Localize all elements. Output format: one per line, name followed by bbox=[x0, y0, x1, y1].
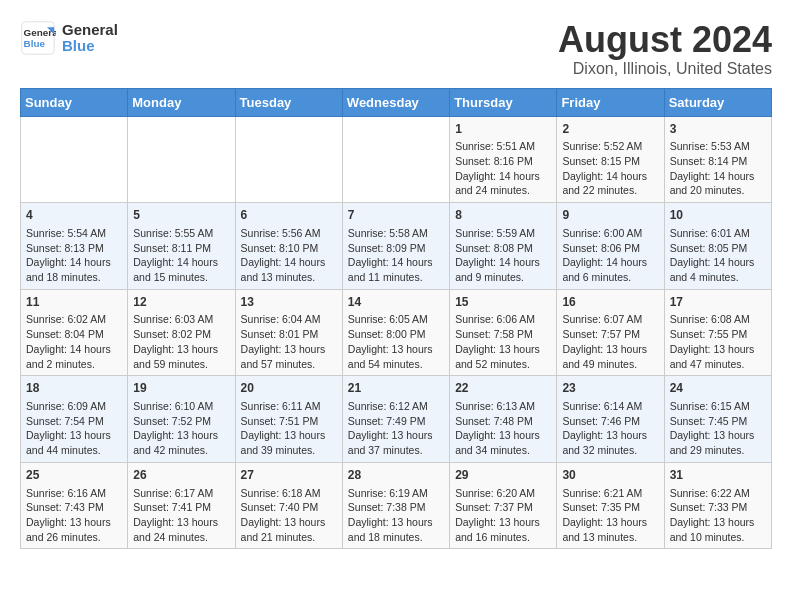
subtitle: Dixon, Illinois, United States bbox=[558, 60, 772, 78]
calendar-cell: 28Sunrise: 6:19 AM Sunset: 7:38 PM Dayli… bbox=[342, 462, 449, 549]
day-number: 28 bbox=[348, 467, 444, 484]
day-number: 2 bbox=[562, 121, 658, 138]
day-number: 18 bbox=[26, 380, 122, 397]
calendar-cell: 7Sunrise: 5:58 AM Sunset: 8:09 PM Daylig… bbox=[342, 203, 449, 290]
calendar-cell: 5Sunrise: 5:55 AM Sunset: 8:11 PM Daylig… bbox=[128, 203, 235, 290]
day-info: Sunrise: 6:22 AM Sunset: 7:33 PM Dayligh… bbox=[670, 487, 755, 543]
day-number: 25 bbox=[26, 467, 122, 484]
day-info: Sunrise: 6:19 AM Sunset: 7:38 PM Dayligh… bbox=[348, 487, 433, 543]
logo-line2: Blue bbox=[62, 38, 118, 55]
day-number: 15 bbox=[455, 294, 551, 311]
day-info: Sunrise: 5:59 AM Sunset: 8:08 PM Dayligh… bbox=[455, 227, 540, 283]
day-info: Sunrise: 6:10 AM Sunset: 7:52 PM Dayligh… bbox=[133, 400, 218, 456]
day-number: 24 bbox=[670, 380, 766, 397]
calendar-body: 1Sunrise: 5:51 AM Sunset: 8:16 PM Daylig… bbox=[21, 116, 772, 549]
day-info: Sunrise: 6:18 AM Sunset: 7:40 PM Dayligh… bbox=[241, 487, 326, 543]
header-row: SundayMondayTuesdayWednesdayThursdayFrid… bbox=[21, 88, 772, 116]
calendar-cell: 3Sunrise: 5:53 AM Sunset: 8:14 PM Daylig… bbox=[664, 116, 771, 203]
day-info: Sunrise: 6:15 AM Sunset: 7:45 PM Dayligh… bbox=[670, 400, 755, 456]
calendar-cell bbox=[128, 116, 235, 203]
day-info: Sunrise: 6:11 AM Sunset: 7:51 PM Dayligh… bbox=[241, 400, 326, 456]
day-number: 1 bbox=[455, 121, 551, 138]
day-number: 23 bbox=[562, 380, 658, 397]
day-info: Sunrise: 6:05 AM Sunset: 8:00 PM Dayligh… bbox=[348, 313, 433, 369]
day-number: 22 bbox=[455, 380, 551, 397]
calendar-cell: 10Sunrise: 6:01 AM Sunset: 8:05 PM Dayli… bbox=[664, 203, 771, 290]
calendar-cell: 14Sunrise: 6:05 AM Sunset: 8:00 PM Dayli… bbox=[342, 289, 449, 376]
main-title: August 2024 bbox=[558, 20, 772, 60]
calendar-cell: 31Sunrise: 6:22 AM Sunset: 7:33 PM Dayli… bbox=[664, 462, 771, 549]
day-number: 31 bbox=[670, 467, 766, 484]
day-number: 27 bbox=[241, 467, 337, 484]
calendar-cell: 19Sunrise: 6:10 AM Sunset: 7:52 PM Dayli… bbox=[128, 376, 235, 463]
day-number: 10 bbox=[670, 207, 766, 224]
day-number: 21 bbox=[348, 380, 444, 397]
day-info: Sunrise: 6:04 AM Sunset: 8:01 PM Dayligh… bbox=[241, 313, 326, 369]
logo: General Blue General Blue bbox=[20, 20, 118, 56]
day-info: Sunrise: 6:00 AM Sunset: 8:06 PM Dayligh… bbox=[562, 227, 647, 283]
day-info: Sunrise: 6:13 AM Sunset: 7:48 PM Dayligh… bbox=[455, 400, 540, 456]
calendar-cell: 2Sunrise: 5:52 AM Sunset: 8:15 PM Daylig… bbox=[557, 116, 664, 203]
calendar-cell: 16Sunrise: 6:07 AM Sunset: 7:57 PM Dayli… bbox=[557, 289, 664, 376]
header-cell-friday: Friday bbox=[557, 88, 664, 116]
day-number: 4 bbox=[26, 207, 122, 224]
day-info: Sunrise: 6:21 AM Sunset: 7:35 PM Dayligh… bbox=[562, 487, 647, 543]
week-row-3: 18Sunrise: 6:09 AM Sunset: 7:54 PM Dayli… bbox=[21, 376, 772, 463]
day-number: 9 bbox=[562, 207, 658, 224]
header-cell-thursday: Thursday bbox=[450, 88, 557, 116]
day-number: 5 bbox=[133, 207, 229, 224]
header-cell-sunday: Sunday bbox=[21, 88, 128, 116]
day-info: Sunrise: 6:03 AM Sunset: 8:02 PM Dayligh… bbox=[133, 313, 218, 369]
day-info: Sunrise: 5:51 AM Sunset: 8:16 PM Dayligh… bbox=[455, 140, 540, 196]
day-info: Sunrise: 6:06 AM Sunset: 7:58 PM Dayligh… bbox=[455, 313, 540, 369]
day-number: 6 bbox=[241, 207, 337, 224]
day-number: 3 bbox=[670, 121, 766, 138]
day-info: Sunrise: 5:58 AM Sunset: 8:09 PM Dayligh… bbox=[348, 227, 433, 283]
day-info: Sunrise: 6:16 AM Sunset: 7:43 PM Dayligh… bbox=[26, 487, 111, 543]
day-info: Sunrise: 6:17 AM Sunset: 7:41 PM Dayligh… bbox=[133, 487, 218, 543]
day-number: 19 bbox=[133, 380, 229, 397]
calendar-cell: 24Sunrise: 6:15 AM Sunset: 7:45 PM Dayli… bbox=[664, 376, 771, 463]
calendar-cell: 29Sunrise: 6:20 AM Sunset: 7:37 PM Dayli… bbox=[450, 462, 557, 549]
calendar-cell: 22Sunrise: 6:13 AM Sunset: 7:48 PM Dayli… bbox=[450, 376, 557, 463]
calendar-cell: 4Sunrise: 5:54 AM Sunset: 8:13 PM Daylig… bbox=[21, 203, 128, 290]
day-number: 12 bbox=[133, 294, 229, 311]
calendar-cell bbox=[342, 116, 449, 203]
day-info: Sunrise: 6:20 AM Sunset: 7:37 PM Dayligh… bbox=[455, 487, 540, 543]
calendar-cell: 26Sunrise: 6:17 AM Sunset: 7:41 PM Dayli… bbox=[128, 462, 235, 549]
week-row-1: 4Sunrise: 5:54 AM Sunset: 8:13 PM Daylig… bbox=[21, 203, 772, 290]
day-number: 20 bbox=[241, 380, 337, 397]
day-number: 13 bbox=[241, 294, 337, 311]
day-info: Sunrise: 5:54 AM Sunset: 8:13 PM Dayligh… bbox=[26, 227, 111, 283]
day-info: Sunrise: 5:55 AM Sunset: 8:11 PM Dayligh… bbox=[133, 227, 218, 283]
day-number: 29 bbox=[455, 467, 551, 484]
day-number: 26 bbox=[133, 467, 229, 484]
calendar-cell: 1Sunrise: 5:51 AM Sunset: 8:16 PM Daylig… bbox=[450, 116, 557, 203]
week-row-0: 1Sunrise: 5:51 AM Sunset: 8:16 PM Daylig… bbox=[21, 116, 772, 203]
calendar-cell: 30Sunrise: 6:21 AM Sunset: 7:35 PM Dayli… bbox=[557, 462, 664, 549]
week-row-4: 25Sunrise: 6:16 AM Sunset: 7:43 PM Dayli… bbox=[21, 462, 772, 549]
day-number: 30 bbox=[562, 467, 658, 484]
calendar-cell: 20Sunrise: 6:11 AM Sunset: 7:51 PM Dayli… bbox=[235, 376, 342, 463]
calendar-cell: 6Sunrise: 5:56 AM Sunset: 8:10 PM Daylig… bbox=[235, 203, 342, 290]
header-cell-wednesday: Wednesday bbox=[342, 88, 449, 116]
day-number: 11 bbox=[26, 294, 122, 311]
header-cell-tuesday: Tuesday bbox=[235, 88, 342, 116]
calendar-cell: 18Sunrise: 6:09 AM Sunset: 7:54 PM Dayli… bbox=[21, 376, 128, 463]
calendar-cell: 9Sunrise: 6:00 AM Sunset: 8:06 PM Daylig… bbox=[557, 203, 664, 290]
header: General Blue General Blue August 2024 Di… bbox=[20, 20, 772, 78]
day-info: Sunrise: 5:56 AM Sunset: 8:10 PM Dayligh… bbox=[241, 227, 326, 283]
day-number: 17 bbox=[670, 294, 766, 311]
calendar-cell bbox=[21, 116, 128, 203]
logo-icon: General Blue bbox=[20, 20, 56, 56]
day-number: 16 bbox=[562, 294, 658, 311]
week-row-2: 11Sunrise: 6:02 AM Sunset: 8:04 PM Dayli… bbox=[21, 289, 772, 376]
day-number: 14 bbox=[348, 294, 444, 311]
calendar-cell: 8Sunrise: 5:59 AM Sunset: 8:08 PM Daylig… bbox=[450, 203, 557, 290]
calendar-cell: 13Sunrise: 6:04 AM Sunset: 8:01 PM Dayli… bbox=[235, 289, 342, 376]
day-info: Sunrise: 6:02 AM Sunset: 8:04 PM Dayligh… bbox=[26, 313, 111, 369]
day-info: Sunrise: 6:12 AM Sunset: 7:49 PM Dayligh… bbox=[348, 400, 433, 456]
title-block: August 2024 Dixon, Illinois, United Stat… bbox=[558, 20, 772, 78]
calendar-cell: 27Sunrise: 6:18 AM Sunset: 7:40 PM Dayli… bbox=[235, 462, 342, 549]
day-info: Sunrise: 6:07 AM Sunset: 7:57 PM Dayligh… bbox=[562, 313, 647, 369]
